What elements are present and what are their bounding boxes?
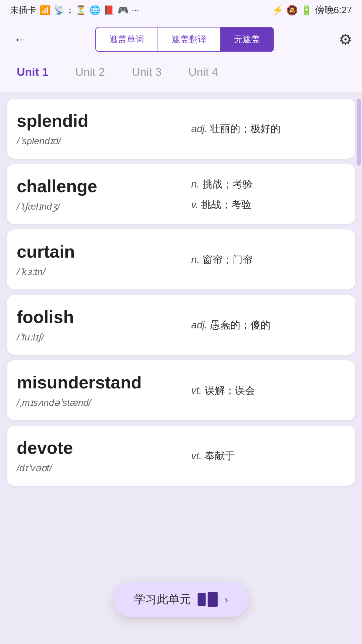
bluetooth-icon: ⚡ — [272, 5, 284, 16]
app-icon1: 📕 — [104, 5, 114, 15]
status-right: ⚡ 🔕 🔋 傍晚6:27 — [272, 4, 352, 16]
word-phonetic: /ˈkɜːtn/ — [17, 266, 171, 277]
word-right: adj. 愚蠢的；傻的 — [181, 295, 356, 355]
word-left: misunderstand/ˌmɪsʌndəˈstænd/ — [7, 360, 181, 420]
timer-icon: ⏳ — [75, 5, 86, 15]
card-left — [198, 593, 206, 606]
unit-tabs: Unit 1 Unit 2 Unit 3 Unit 4 — [0, 59, 362, 92]
word-card: curtain/ˈkɜːtn/n. 窗帘；门帘 — [7, 229, 355, 289]
word-meaning: vt. 奉献于 — [191, 448, 346, 463]
tab-unit4[interactable]: Unit 4 — [182, 62, 225, 82]
status-time: 傍晚6:27 — [315, 4, 352, 16]
bell-icon: 🔕 — [286, 5, 298, 16]
status-bar: 未插卡 📶 📡 ↕ ⏳ 🌐 📕 🎮 ··· ⚡ 🔕 🔋 傍晚6:27 — [0, 0, 362, 20]
word-meaning: vt. 误解；误会 — [191, 383, 346, 398]
tab-unit2[interactable]: Unit 2 — [68, 62, 112, 82]
word-phonetic: /ˈfuːlɪʃ/ — [17, 332, 171, 343]
battery-icon: 🔋 — [301, 5, 312, 16]
card-right — [208, 592, 218, 607]
word-card: splendid/ˈsplendɪd/adj. 壮丽的；极好的 — [7, 99, 355, 159]
word-english: misunderstand — [17, 372, 171, 392]
toggle-group: 遮盖单词 遮盖翻译 无遮盖 — [95, 27, 274, 52]
wifi-icon: 📡 — [54, 5, 64, 15]
app-icon2: 🎮 — [118, 5, 128, 15]
flashcard-icon — [198, 592, 218, 607]
word-english: devote — [17, 438, 171, 458]
word-pos: n. — [191, 178, 202, 190]
globe-icon: 🌐 — [89, 5, 100, 15]
top-bar: ← 遮盖单词 遮盖翻译 无遮盖 ⚙ — [0, 20, 362, 59]
tab-unit3[interactable]: Unit 3 — [125, 62, 168, 82]
word-card: misunderstand/ˌmɪsʌndəˈstænd/vt. 误解；误会 — [7, 360, 355, 420]
word-meaning: n. 挑战；考验 — [191, 176, 346, 192]
word-right: adj. 壮丽的；极好的 — [181, 99, 356, 159]
word-right: vt. 奉献于 — [181, 426, 356, 486]
word-card: devote/dɪˈvəʊt/vt. 奉献于 — [7, 426, 355, 486]
study-unit-label: 学习此单元 — [134, 592, 191, 607]
word-left: devote/dɪˈvəʊt/ — [7, 426, 181, 486]
word-english: challenge — [17, 176, 171, 196]
word-left: splendid/ˈsplendɪd/ — [7, 99, 181, 159]
word-meaning: n. 窗帘；门帘 — [191, 252, 346, 267]
word-pos: adj. — [191, 123, 210, 134]
word-left: challenge/ˈtʃælɪndʒ/ — [7, 164, 181, 224]
content-area: splendid/ˈsplendɪd/adj. 壮丽的；极好的challenge… — [0, 92, 362, 553]
more-icon: ··· — [132, 5, 139, 15]
status-carrier: 未插卡 — [10, 4, 36, 16]
study-unit-button[interactable]: 学习此单元 › — [114, 582, 248, 617]
word-english: splendid — [17, 111, 171, 131]
word-card: foolish/ˈfuːlɪʃ/adj. 愚蠢的；傻的 — [7, 295, 355, 355]
tab-unit1[interactable]: Unit 1 — [10, 62, 55, 82]
status-left: 未插卡 📶 📡 ↕ ⏳ 🌐 📕 🎮 ··· — [10, 4, 139, 16]
word-pos: vt. — [191, 450, 205, 461]
back-button[interactable]: ← — [10, 29, 30, 50]
no-cover-button[interactable]: 无遮盖 — [221, 28, 274, 51]
word-pos: v. — [191, 199, 201, 210]
cover-words-button[interactable]: 遮盖单词 — [96, 28, 158, 51]
cover-translation-button[interactable]: 遮盖翻译 — [158, 28, 221, 51]
word-english: curtain — [17, 241, 171, 262]
scroll-indicator — [357, 99, 361, 166]
word-phonetic: /ˌmɪsʌndəˈstænd/ — [17, 397, 171, 408]
word-right: n. 挑战；考验v. 挑战；考验 — [181, 164, 356, 224]
word-left: foolish/ˈfuːlɪʃ/ — [7, 295, 181, 355]
arrow-icon: › — [225, 593, 228, 606]
word-card: challenge/ˈtʃælɪndʒ/n. 挑战；考验v. 挑战；考验 — [7, 164, 355, 224]
word-left: curtain/ˈkɜːtn/ — [7, 229, 181, 289]
word-meaning: v. 挑战；考验 — [191, 197, 346, 212]
word-english: foolish — [17, 307, 171, 327]
word-meaning: adj. 愚蠢的；傻的 — [191, 317, 346, 332]
usb-icon: ↕ — [68, 5, 72, 15]
word-right: n. 窗帘；门帘 — [181, 229, 356, 289]
word-pos: n. — [191, 254, 202, 265]
word-phonetic: /ˈtʃælɪndʒ/ — [17, 201, 171, 212]
word-phonetic: /dɪˈvəʊt/ — [17, 463, 171, 474]
word-pos: vt. — [191, 385, 205, 396]
word-right: vt. 误解；误会 — [181, 360, 356, 420]
word-pos: adj. — [191, 319, 210, 330]
signal-icon: 📶 — [40, 5, 50, 15]
settings-button[interactable]: ⚙ — [339, 31, 352, 48]
word-meaning: adj. 壮丽的；极好的 — [191, 121, 346, 136]
word-phonetic: /ˈsplendɪd/ — [17, 136, 171, 147]
